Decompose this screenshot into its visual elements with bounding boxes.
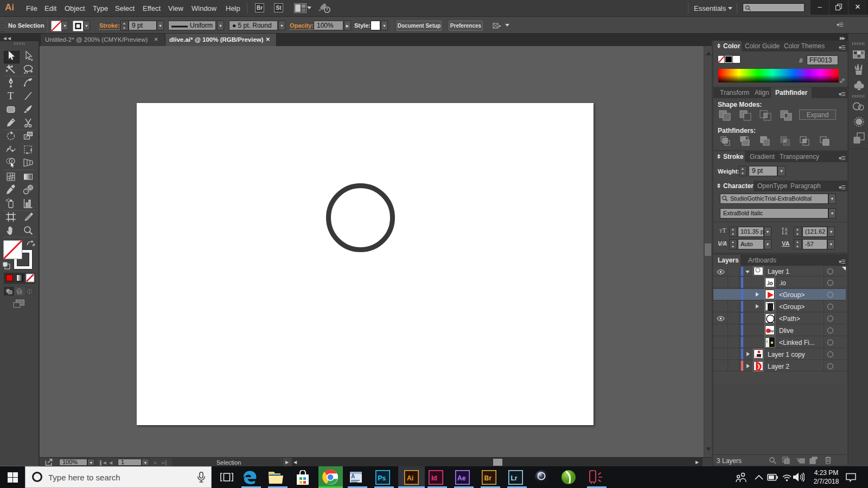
svg-text:T: T [8, 91, 14, 101]
svg-text:Br: Br [484, 474, 492, 481]
svg-text:Dlive: Dlive [755, 356, 761, 359]
svg-text:.io: .io [767, 280, 773, 286]
svg-text:Ps: Ps [378, 474, 386, 481]
svg-text:A: A [784, 231, 788, 235]
svg-text:live: live [769, 329, 775, 333]
svg-text:Ae: Ae [457, 474, 466, 481]
svg-text:Ai: Ai [407, 474, 413, 481]
svg-text:A: A [351, 473, 355, 479]
svg-text:Lr: Lr [510, 474, 517, 481]
svg-text:Id: Id [431, 474, 437, 481]
